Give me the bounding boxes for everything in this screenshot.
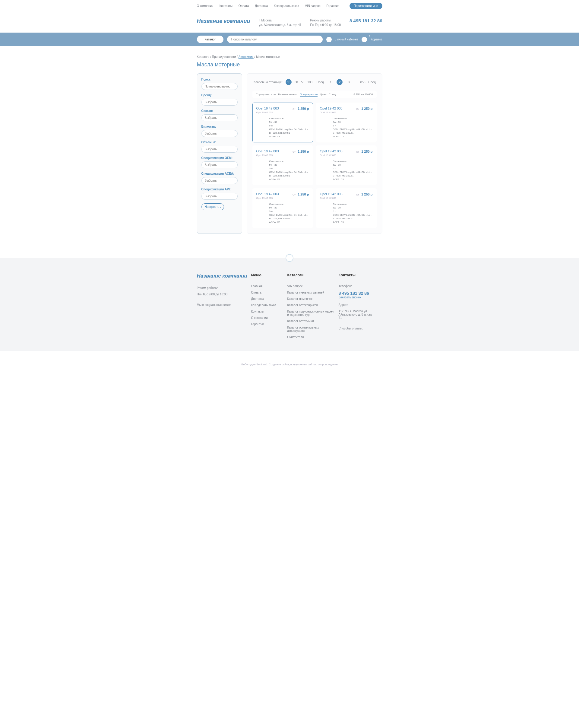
header-address: г. Москва ул. Айвазовского д. 8 а. стр 4… — [259, 18, 302, 27]
filter-label: Спецификация ACEA: — [201, 172, 238, 175]
footer-menu-link[interactable]: Как сделать заказ — [251, 304, 284, 307]
footer-menu-link[interactable]: Доставка — [251, 297, 284, 301]
filter-select-oem[interactable]: Выбрать — [201, 161, 238, 168]
product-subtitle: Opel 19 42 003 — [256, 197, 279, 200]
account-link[interactable]: Личный кабинет — [335, 38, 358, 41]
per-page-option[interactable]: 50 — [301, 81, 304, 84]
page-number[interactable]: 3 — [346, 79, 352, 85]
account-icon[interactable] — [326, 37, 332, 42]
sort-option[interactable]: Наименованию — [278, 93, 297, 96]
product-card[interactable]: Opel 19 42 003 Opel 19 42 003 От 1 250 р… — [316, 146, 377, 185]
product-content: Товаров на странице: 10 30 50 100 Пред. … — [247, 73, 382, 234]
product-thumb — [320, 117, 330, 132]
footer-menu-link[interactable]: О компании — [251, 316, 284, 319]
filter-select-volume[interactable]: Выбрать — [201, 146, 238, 153]
page-number[interactable]: 1 — [328, 79, 333, 85]
cart-count-badge: 0 — [369, 35, 370, 37]
footer-addr-label: Адрес: — [339, 303, 382, 307]
topnav-link[interactable]: Оплата — [239, 4, 249, 7]
filter-select-composition[interactable]: Выбрать — [201, 114, 238, 121]
breadcrumb: Каталоги / Принадлежности / Автохимия / … — [197, 46, 382, 61]
product-price: 1 250 р — [298, 150, 309, 153]
per-page-option[interactable]: 100 — [307, 81, 312, 84]
price-from-label: От — [356, 151, 359, 153]
filter-label: Состав: — [201, 109, 238, 112]
footer-catalog-link[interactable]: Каталог автохимии — [287, 319, 336, 323]
product-price: 1 250 р — [361, 192, 373, 196]
sort-option[interactable]: Популярности — [300, 93, 318, 97]
page-number[interactable]: 853 — [360, 81, 365, 84]
footer-catalog-link[interactable]: Каталог кузовных деталей — [287, 291, 336, 294]
prev-page-link[interactable]: Пред. — [316, 81, 325, 84]
crumb[interactable]: Принадлежности — [212, 55, 236, 58]
filter-search-input[interactable] — [201, 83, 238, 90]
product-subtitle: Opel 19 42 003 — [320, 197, 342, 200]
crumb[interactable]: Каталоги — [197, 55, 210, 58]
cart-icon[interactable]: 0 — [362, 37, 367, 42]
footer-phone[interactable]: 8 495 181 32 86 — [339, 291, 382, 296]
topnav-link[interactable]: Гарантия — [326, 4, 339, 7]
product-card[interactable]: Opel 19 42 003 Opel 19 42 003 От 1 250 р… — [252, 146, 313, 185]
product-card[interactable]: Opel 19 42 003 Opel 19 42 003 От 1 250 р… — [316, 188, 377, 228]
footer-catalog-link[interactable]: Каталог автоковриков — [287, 304, 336, 307]
footer-menu-link[interactable]: Гарантии — [251, 322, 284, 326]
crumb[interactable]: Автохимия — [239, 55, 254, 58]
footer-pay-label: Способы оплаты: — [339, 327, 382, 330]
next-page-link[interactable]: След. — [368, 81, 376, 84]
product-card[interactable]: Opel 19 42 003 Opel 19 42 003 От 1 250 р… — [316, 103, 377, 142]
order-call-link[interactable]: Заказать звонок — [339, 296, 382, 299]
page-title: Масла моторные — [197, 61, 382, 68]
topnav-link[interactable]: VIN запрос — [305, 4, 320, 7]
sort-bar: Сортировать по: Наименованию Популярност… — [252, 90, 377, 98]
chevron-down-icon: ⌄ — [219, 205, 222, 208]
top-nav-links: О компании Контакты Оплата Доставка Как … — [197, 4, 339, 7]
sort-option[interactable]: Цене — [320, 93, 327, 96]
filter-select-api[interactable]: Выбрать — [201, 193, 238, 200]
callback-button[interactable]: Перезвоните мне — [350, 3, 382, 9]
sort-option[interactable]: Сроку — [329, 93, 336, 96]
catalog-button[interactable]: Каталог — [197, 35, 223, 43]
scroll-top-button[interactable] — [285, 254, 294, 262]
filter-select-brand[interactable]: Выбрать — [201, 99, 238, 106]
footer-catalog-link[interactable]: VIN запрос — [287, 285, 336, 288]
footer-addr: 117593, г. Москва ул. Айвазовского д. 8 … — [339, 310, 375, 319]
product-card[interactable]: Opel 19 42 003 Opel 19 42 003 От 1 250 р… — [252, 103, 313, 142]
topnav-link[interactable]: Как сделать заказ — [274, 4, 299, 7]
footer-catalog-link[interactable]: Очистители — [287, 336, 336, 339]
product-specs: Синтечиское5w - 305 лOEM: BMW Longliffe … — [269, 203, 309, 224]
footer-catalog-link[interactable]: Каталог лампочек — [287, 297, 336, 301]
topnav-link[interactable]: О компании — [197, 4, 214, 7]
footer-contacts-col: Контакты Телефон: 8 495 181 32 86 Заказа… — [339, 273, 382, 342]
per-page-group: Товаров на странице: 10 30 50 100 — [252, 79, 312, 85]
product-thumb — [256, 117, 266, 132]
filter-select-viscosity[interactable]: Выбрать — [201, 130, 238, 137]
product-card[interactable]: Opel 19 42 003 Opel 19 42 003 От 1 250 р… — [252, 188, 313, 228]
configure-label: Настроить — [205, 205, 220, 208]
per-page-option[interactable]: 30 — [295, 81, 298, 84]
page-number[interactable]: 2 — [336, 79, 342, 85]
topnav-link[interactable]: Контакты — [220, 4, 232, 7]
cart-link[interactable]: Корзина — [370, 38, 382, 41]
configure-filter-button[interactable]: Настроить ⌄ — [201, 203, 224, 210]
filter-label: Бренд: — [201, 94, 238, 97]
header-phone[interactable]: 8 495 181 32 86 — [350, 18, 382, 23]
footer-menu-link[interactable]: Главная — [251, 285, 284, 288]
pagination-bar: Товаров на странице: 10 30 50 100 Пред. … — [252, 79, 377, 85]
per-page-option[interactable]: 10 — [285, 79, 292, 85]
price-from-label: От — [293, 193, 296, 196]
price-from-label: От — [293, 151, 296, 153]
filter-select-acea[interactable]: Выбрать — [201, 177, 238, 184]
filter-label: Вязкость: — [201, 125, 238, 128]
copyright: Веб-студия SeoLand: Создание сайта, прод… — [0, 351, 579, 372]
page-nav-group: Пред. 1 2 3 ... 853 След. — [316, 79, 377, 85]
catalog-search-input[interactable] — [227, 35, 323, 43]
footer-contacts-head: Контакты — [339, 273, 382, 277]
company-logo[interactable]: Название компании — [197, 18, 250, 24]
footer-menu-link[interactable]: Контакты — [251, 310, 284, 313]
price-from-label: От — [356, 108, 359, 110]
footer-menu-link[interactable]: Оплата — [251, 291, 284, 294]
footer-catalog-link[interactable]: Каталог трансмиссионных масел и жидкосте… — [287, 310, 336, 316]
footer-catalog-link[interactable]: Каталог оригинальных аксессуаров — [287, 326, 336, 333]
topnav-link[interactable]: Доставка — [255, 4, 268, 7]
filter-label: Спецификация OEM: — [201, 156, 238, 160]
